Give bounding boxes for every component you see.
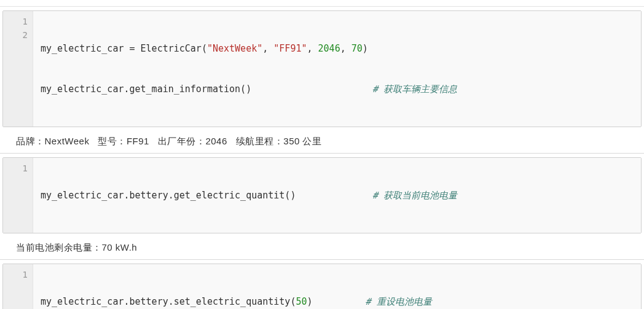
code-body[interactable]: my_electric_car = ElectricCar("NextWeek"… [33,11,641,127]
code-body[interactable]: my_electric_car.bettery.set_electric_qua… [33,264,641,309]
code-editor-1[interactable]: 1 2 my_electric_car = ElectricCar("NextW… [2,10,642,127]
code-line: my_electric_car.bettery.get_electric_qua… [41,189,634,202]
line-number: 1 [6,162,28,175]
code-editor-3[interactable]: 1 my_electric_car.bettery.set_electric_q… [2,264,642,309]
line-gutter: 1 [3,158,33,233]
top-edge-artifact [0,0,644,7]
line-number: 2 [6,28,28,42]
code-line: my_electric_car.bettery.set_electric_qua… [41,295,634,308]
code-cell-2: 1 my_electric_car.bettery.get_electric_q… [0,154,644,259]
cell-output-2: 当前电池剩余电量：70 kW.h [0,237,644,259]
code-cell-1: 1 2 my_electric_car = ElectricCar("NextW… [0,7,644,153]
cell-output-1: 品牌：NextWeek 型号：FF91 出厂年份：2046 续航里程：350 公… [0,131,644,153]
code-cell-3: 1 my_electric_car.bettery.set_electric_q… [0,260,644,309]
code-comment: # 重设电池电量 [365,296,431,307]
line-gutter: 1 2 [3,11,33,127]
code-body[interactable]: my_electric_car.bettery.get_electric_qua… [33,158,641,233]
code-line: my_electric_car = ElectricCar("NextWeek"… [41,42,634,55]
code-comment: # 获取当前电池电量 [372,190,457,201]
code-line: my_electric_car.get_main_information()# … [41,82,634,96]
line-number: 1 [6,268,28,281]
line-gutter: 1 [3,264,33,309]
notebook-cells: 1 2 my_electric_car = ElectricCar("NextW… [0,7,644,309]
code-editor-2[interactable]: 1 my_electric_car.bettery.get_electric_q… [2,157,642,233]
code-comment: # 获取车辆主要信息 [372,84,457,95]
line-number: 1 [6,15,28,28]
